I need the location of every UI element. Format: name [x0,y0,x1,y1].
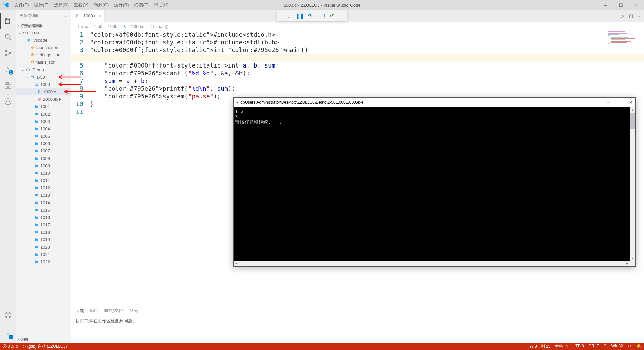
tree-folder-1020[interactable]: 🖿1020 [16,243,71,251]
tree-folder-1014[interactable]: 🖿1014 [16,199,71,206]
status-debug-config[interactable]: ▷ (gdb) 启动 (ZZULLOJ) [23,344,67,349]
console-minimize-button[interactable]: ─ [607,100,610,105]
tree-file-1000c[interactable]: C1000.c [16,88,71,95]
status-eol[interactable]: CRLF [589,344,599,349]
status-errors[interactable]: ⓧ 0 ⚠ 0 [3,344,18,349]
activity-run[interactable]: 1 [0,61,16,77]
window-title: 1000.c - ZZULLOJ - Visual Studio Code [284,3,361,8]
tree-folder-1016[interactable]: 🖿1016 [16,214,71,221]
tree-file-tasks[interactable]: ⚙tasks.json [16,58,71,66]
status-feedback-icon[interactable]: ☺ [628,344,632,349]
debug-stop-icon[interactable]: □ [338,13,341,19]
console-icon: ▪ [236,100,238,105]
tree-folder-1009[interactable]: 🖿1009 [16,162,71,169]
activity-search[interactable] [0,29,16,45]
settings-badge: 1 [9,335,13,339]
status-spaces[interactable]: 空格: 4 [555,344,568,349]
tree-folder-1004[interactable]: 🖿1004 [16,125,71,132]
tree-folder-1001[interactable]: 🖿1001 [16,103,71,110]
status-lang[interactable]: C [604,344,607,349]
tree-file-1000exe[interactable]: ▦1000.exe [16,95,71,103]
status-encoding[interactable]: UTF-8 [573,344,584,349]
panel-tab-debug[interactable]: 调试控制台 [104,308,124,314]
tree-folder-1018[interactable]: 🖿1018 [16,228,71,236]
open-editors-section[interactable]: ›打开的编辑器 [16,22,71,30]
close-button[interactable]: ✕ [629,0,644,10]
tree-folder-1022[interactable]: 🖿1022 [16,258,71,265]
tree-folder-1021[interactable]: 🖿1021 [16,251,71,258]
run-icon[interactable]: ▷ [621,13,624,18]
menu-bar: 文件(F) 编辑(E) 选择(S) 查看(V) 转到(G) 运行(R) 终端(T… [12,0,171,10]
menu-run[interactable]: 运行(R) [111,0,131,10]
menu-file[interactable]: 文件(F) [12,0,32,10]
sidebar-more-icon[interactable]: ··· [64,14,67,18]
menu-view[interactable]: 查看(V) [71,0,91,10]
activity-explorer[interactable] [0,13,16,29]
tree-folder-1002[interactable]: 🖿1002 [16,110,71,118]
menu-selection[interactable]: 选择(S) [51,0,71,10]
minimap[interactable] [607,31,644,44]
status-platform[interactable]: Win32 [611,344,623,349]
menu-go[interactable]: 转到(G) [91,0,112,10]
workspace-root-section[interactable]: ⌄ZZULLOJ [16,30,71,36]
debug-pause-icon[interactable]: ❚❚ [295,13,304,19]
svg-rect-5 [5,82,7,85]
tree-folder-1015[interactable]: 🖿1015 [16,206,71,214]
console-close-button[interactable]: ✕ [629,100,633,105]
activity-account[interactable] [0,307,16,323]
svg-point-10 [7,313,9,315]
run-badge: 1 [9,70,13,75]
tree-folder-1013[interactable]: 🖿1013 [16,191,71,199]
menu-edit[interactable]: 编辑(E) [32,0,51,10]
split-editor-icon[interactable]: ◫ [629,13,633,18]
status-bell-icon[interactable]: 🔔 [636,344,641,349]
console-window[interactable]: ▪ c:\Users\Administrator\Desktop\ZZULLOJ… [233,97,636,267]
tree-folder-1012[interactable]: 🖿1012 [16,184,71,191]
tree-file-launch[interactable]: ⚙launch.json [16,44,71,51]
tree-folder-1010[interactable]: 🖿1010 [16,169,71,177]
panel-tab-problems[interactable]: 问题 [76,308,84,314]
activity-testing[interactable] [0,93,16,110]
debug-stepover-icon[interactable]: ↷ [308,13,312,19]
debug-stepout-icon[interactable]: ↑ [323,13,326,19]
tab-close-icon[interactable]: × [98,13,101,19]
tree-folder-demo[interactable]: 🗀Demo [16,66,71,73]
minimize-button[interactable]: ─ [598,0,613,10]
tree-folder-1007[interactable]: 🖿1007 [16,147,71,155]
tree-folder-1019[interactable]: 🖿1019 [16,236,71,243]
console-hscrollbar[interactable]: ◀ ▶ [234,261,630,266]
tab-1000c[interactable]: C 1000.c × [71,10,105,22]
panel-tab-terminal[interactable]: 终端 [130,308,138,314]
outline-section[interactable]: ›大纲 [16,336,71,343]
menu-terminal[interactable]: 终端(T) [131,0,151,10]
activity-scm[interactable] [0,45,16,61]
sidebar-explorer: 资源管理器 ··· ›打开的编辑器 ⌄ZZULLOJ ▣.vscode ⚙lau… [16,10,71,343]
menu-help[interactable]: 帮助(H) [151,0,171,10]
panel-tab-output[interactable]: 输出 [90,308,98,314]
annotation-arrow-range [58,82,83,87]
tree-folder-1005[interactable]: 🖿1005 [16,132,71,140]
drag-handle-icon[interactable]: ⋮⋮ [280,13,291,19]
debug-restart-icon[interactable]: ↺ [330,13,334,19]
debug-toolbar[interactable]: ⋮⋮ ❚❚ ↷ ↓ ↑ ↺ □ [277,10,348,21]
debug-stepinto-icon[interactable]: ↓ [316,13,319,19]
svg-rect-8 [9,82,11,84]
tree-folder-1017[interactable]: 🖿1017 [16,221,71,228]
console-vscrollbar[interactable]: ▲ ▼ [630,107,635,261]
console-maximize-button[interactable]: ☐ [618,100,622,105]
tree-folder-vscode[interactable]: ▣.vscode [16,36,71,44]
console-title-bar[interactable]: ▪ c:\Users\Administrator\Desktop\ZZULLOJ… [234,98,635,107]
editor-more-icon[interactable]: ··· [638,13,641,18]
tree-folder-1006[interactable]: 🖿1006 [16,140,71,147]
tree-folder-1003[interactable]: 🖿1003 [16,118,71,125]
tree-folder-1011[interactable]: 🖿1011 [16,177,71,184]
console-output[interactable]: 1 2 3 请按任意键继续. . . [234,107,635,126]
activity-extensions[interactable] [0,77,16,93]
tree-folder-1008[interactable]: 🖿1008 [16,155,71,162]
maximize-button[interactable]: ☐ [613,0,629,10]
tree-file-settings[interactable]: ⚙settings.json [16,51,71,58]
activity-settings[interactable]: 1 [0,326,16,342]
breadcrumbs[interactable]: Demo› 1-50› 1000› C1000.c› ⬡main() [71,22,644,31]
file-tree: ▣.vscode ⚙launch.json ⚙settings.json ⚙ta… [16,36,71,336]
status-cursor[interactable]: 行 8，列 25 [530,344,551,349]
